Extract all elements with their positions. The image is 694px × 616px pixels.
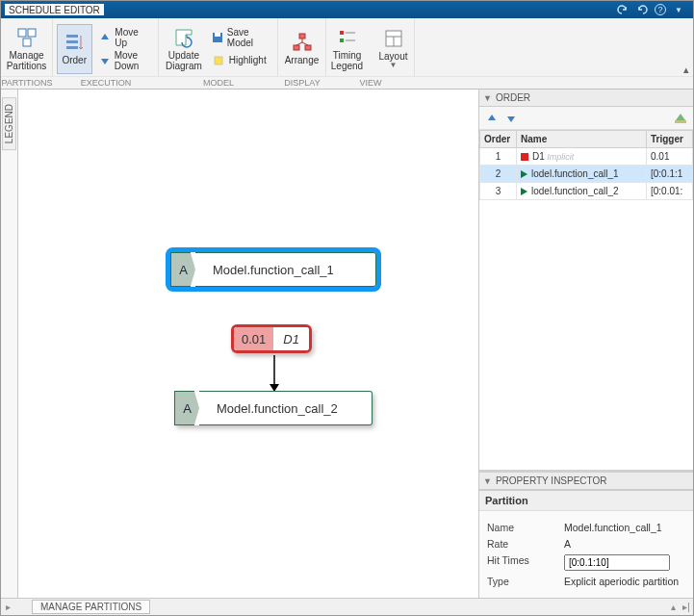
prop-row-name: Name Model.function_call_1 [487,522,685,533]
rate-badge: A [174,391,199,425]
col-trigger[interactable]: Trigger [647,131,693,148]
update-diagram-icon [173,27,194,48]
property-inspector-header[interactable]: ▼ PROPERTY INSPECTOR [479,473,693,490]
section-label: MODEL [159,77,278,89]
svg-rect-3 [66,35,78,38]
ribbon-group-view: Timing Legend Layout ▼ [326,18,415,76]
status-next-icon[interactable]: ▸| [680,602,693,612]
prop-row-type: Type Explicit aperiodic partition [487,576,685,587]
svg-rect-7 [215,33,220,37]
table-row[interactable]: 3lodel.function_call_2[0:0.01: [480,183,693,200]
ribbon-group-partitions: Manage Partitions [1,18,53,76]
app-window: SCHEDULE EDITOR ? ▼ [0,0,694,616]
section-label: VIEW [326,77,415,89]
side-panel: ▼ ORDER Order Name Trigger [479,90,693,598]
manage-partitions-button[interactable]: Manage Partitions [5,24,49,74]
svg-rect-20 [675,120,686,123]
status-scroll-up[interactable]: ▴ [666,602,680,612]
arrange-button[interactable]: Arrange [280,24,324,74]
manage-partitions-icon [16,27,38,48]
highlight-button[interactable]: Highlight [207,50,273,71]
help-dropdown-icon[interactable]: ▼ [672,3,685,16]
order-move-up[interactable] [485,112,499,125]
property-section-title: Partition [479,490,693,511]
order-table: Order Name Trigger 1D1 Implicit0.012lode… [479,130,693,200]
titlebar: SCHEDULE EDITOR ? ▼ [1,1,693,18]
partition-label: Model.function_call_2 [199,391,373,425]
order-icon [64,32,85,53]
save-icon [212,31,223,44]
section-label: PARTITIONS [1,77,53,89]
help-icon[interactable]: ? [655,4,666,15]
highlight-icon [212,54,225,67]
timing-legend-button[interactable]: Timing Legend [325,24,370,74]
svg-rect-12 [340,31,344,35]
order-table-container: Order Name Trigger 1D1 Implicit0.012lode… [479,130,693,470]
section-label: EXECUTION [53,77,159,89]
order-panel-title: ORDER [496,92,530,103]
move-down-button[interactable]: Move Down [94,50,155,71]
save-model-button[interactable]: Save Model [207,27,273,48]
property-inspector-title: PROPERTY INSPECTOR [496,475,607,486]
statusbar: ▸ MANAGE PARTITIONS ▴ ▸| [1,598,693,615]
ribbon-group-display: Arrange [278,18,326,76]
order-move-down[interactable] [504,112,518,125]
legend-bar: LEGEND [1,90,18,598]
titlebar-controls: ? ▼ [616,3,689,16]
partition-label: Model.function_call_1 [195,252,376,287]
svg-rect-0 [18,29,26,37]
svg-rect-4 [66,40,78,43]
status-prev-icon[interactable]: ▸ [1,602,14,612]
arrow-down-icon [99,54,111,67]
hit-times-input[interactable] [564,554,670,571]
status-tab[interactable]: MANAGE PARTITIONS [32,600,150,614]
table-row[interactable]: 2lodel.function_call_1[0:0.1:1 [480,166,693,183]
play-icon [521,170,527,178]
ribbon-group-execution: Order Move Up Move Down [53,18,159,76]
export-icon[interactable] [674,111,687,126]
prop-row-rate: Rate A [487,538,685,550]
table-row[interactable]: 1D1 Implicit0.01 [480,148,693,166]
svg-rect-8 [215,57,222,64]
chevron-down-icon: ▼ [483,93,492,103]
svg-rect-2 [23,38,31,46]
diagram-canvas[interactable]: A Model.function_call_1 0.01 D1 A Model.… [18,90,479,598]
square-icon [521,153,528,161]
redo-icon[interactable] [635,3,649,16]
chevron-down-icon: ▼ [390,62,398,70]
arrange-icon [292,32,313,53]
legend-tab[interactable]: LEGEND [2,97,16,150]
col-order[interactable]: Order [480,131,517,148]
svg-rect-13 [340,38,344,42]
update-diagram-button[interactable]: Update Diagram [163,24,205,74]
move-up-button[interactable]: Move Up [94,27,155,48]
partition-node-1[interactable]: A Model.function_call_1 [170,252,376,287]
partition-node-2[interactable]: A Model.function_call_2 [174,391,373,425]
layout-icon [383,28,404,49]
chevron-down-icon: ▼ [483,476,492,486]
order-toolbar [479,107,693,130]
window-title: SCHEDULE EDITOR [5,4,104,15]
connection-arrow [269,355,280,394]
order-button[interactable]: Order [57,24,92,74]
periodic-rate: 0.01 [234,327,273,350]
svg-rect-9 [299,34,305,38]
svg-rect-10 [294,45,299,50]
timing-legend-icon [337,27,358,48]
col-name[interactable]: Name [517,131,647,148]
periodic-name: D1 [273,327,309,350]
svg-rect-1 [28,29,36,37]
order-panel-header[interactable]: ▼ ORDER [479,90,693,107]
svg-rect-5 [66,46,78,49]
rate-badge: A [170,252,195,287]
play-icon [521,188,527,195]
arrow-up-icon [99,31,112,44]
section-label: DISPLAY [278,77,326,89]
undo-icon[interactable] [616,3,630,16]
main-area: LEGEND A Model.function_call_1 0.01 D1 A… [1,90,693,598]
prop-row-hit-times: Hit Times [487,554,685,571]
layout-button[interactable]: Layout ▼ [372,24,416,74]
ribbon-collapse-icon[interactable]: ▴ [680,64,693,76]
periodic-node[interactable]: 0.01 D1 [231,324,312,353]
property-body: Name Model.function_call_1 Rate A Hit Ti… [479,511,693,598]
